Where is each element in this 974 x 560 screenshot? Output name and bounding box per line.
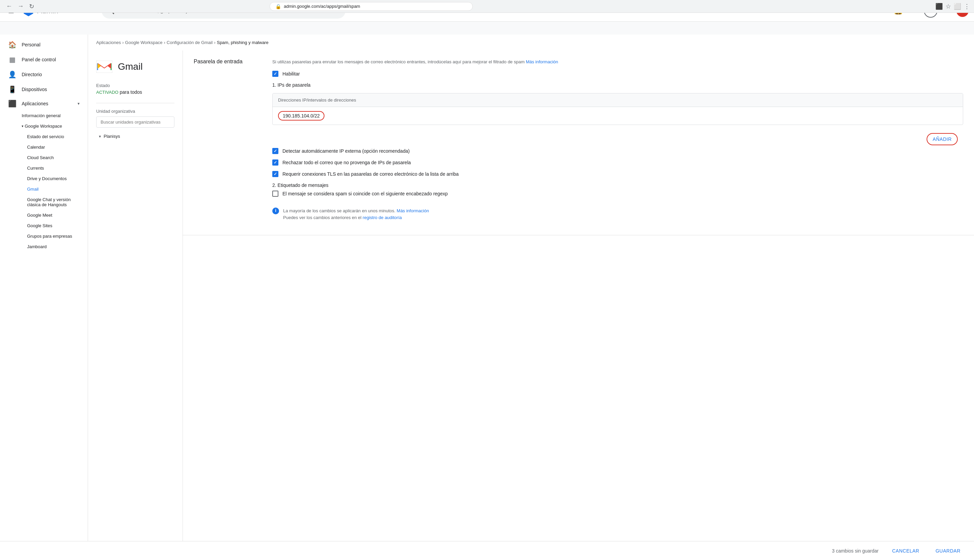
sidebar-subitem-cloud-search[interactable]: Cloud Search	[0, 152, 88, 163]
ip-section-label: 1. IPs de pasarela	[272, 82, 963, 88]
save-button[interactable]: GUARDAR	[930, 545, 966, 556]
sidebar-subitem-calendar[interactable]: Calendar	[0, 142, 88, 152]
org-tree-planisys[interactable]: ▾ Planisys	[96, 132, 174, 141]
checkbox-require-tls: ✓ Requerir conexiones TLS en las pasarel…	[272, 171, 963, 177]
back-button[interactable]: ←	[4, 2, 14, 11]
gmail-app-title: Gmail	[118, 61, 143, 72]
window-icon[interactable]: ⬜	[954, 3, 961, 10]
reload-button[interactable]: ↻	[27, 2, 36, 11]
check-icon-1: ✓	[274, 148, 277, 153]
setting-description: Si utilizas pasarelas para enrutar los m…	[272, 58, 963, 65]
home-icon: 🏠	[8, 41, 16, 49]
breadcrumb-current: Spam, phishing y malware	[217, 40, 268, 45]
breadcrumb-aplicaciones[interactable]: Aplicaciones	[96, 40, 121, 45]
auto-detect-checkbox[interactable]: ✓	[272, 148, 279, 154]
setting-section-gateway: Pasarela de entrada Si utilizas pasarela…	[183, 50, 974, 235]
subitem-label-drive: Drive y Documentos	[27, 176, 67, 181]
org-tree: ▾ Planisys	[96, 132, 174, 141]
app-container: 🏠 Personal ▦ Panel de control 👤 Director…	[0, 35, 974, 560]
sidebar-subitem-gmail[interactable]: Gmail	[0, 184, 88, 194]
checkbox-auto-detect: ✓ Detectar automáticamente IP externa (o…	[272, 148, 963, 154]
sidebar-item-dispositivos[interactable]: 📱 Dispositivos	[0, 82, 85, 97]
ip-table: Direcciones IP/intervalos de direcciones…	[272, 93, 963, 125]
dashboard-icon: ▦	[8, 55, 16, 63]
sidebar-item-panel[interactable]: ▦ Panel de control	[0, 52, 85, 67]
expand-workspace-icon: ▾	[22, 124, 23, 128]
bookmark-icon[interactable]: ☆	[946, 3, 951, 10]
subitem-label-chat: Google Chat y versión clásica de Hangout…	[27, 197, 71, 207]
browser-nav[interactable]: ← → ↻	[4, 2, 36, 11]
spam-header-checkbox[interactable]	[272, 191, 279, 197]
breadcrumb-sep-2: ›	[164, 40, 165, 45]
sidebar-subitem-google-chat[interactable]: Google Chat y versión clásica de Hangout…	[0, 194, 88, 210]
sidebar-item-personal[interactable]: 🏠 Personal	[0, 37, 85, 52]
status-label: Estado	[96, 83, 174, 88]
ip-table-header: Direcciones IP/intervalos de direcciones	[273, 93, 963, 107]
check-icon-2: ✓	[274, 160, 277, 165]
enable-checkbox[interactable]: ✓	[272, 71, 279, 77]
right-panel: Pasarela de entrada Si utilizas pasarela…	[183, 50, 974, 560]
tree-arrow-icon: ▾	[99, 134, 101, 139]
cancel-button[interactable]: CANCELAR	[887, 545, 924, 556]
enable-checkbox-row: ✓ Habilitar	[272, 71, 963, 77]
ip-value: 190.185.104.0/22	[278, 111, 324, 120]
breadcrumb-sep-1: ›	[122, 40, 123, 45]
gmail-logo	[96, 58, 112, 75]
page-body: Gmail Estado ACTIVADO para todos Unidad …	[88, 50, 974, 560]
apps-nav-icon: ⬛	[8, 100, 16, 108]
auto-detect-label: Detectar automáticamente IP externa (opc…	[282, 148, 410, 154]
status-value-row: ACTIVADO para todos	[96, 89, 174, 95]
sidebar-subitem-grupos[interactable]: Grupos para empresas	[0, 231, 88, 242]
tls-checkbox[interactable]: ✓	[272, 171, 279, 177]
more-info-link[interactable]: Más información	[526, 59, 558, 64]
subitem-label-sites: Google Sites	[27, 223, 52, 228]
org-unit-label: Unidad organizativa	[96, 109, 174, 114]
add-btn-area: AÑADIR	[272, 130, 963, 148]
subitem-label-info: Información general	[22, 113, 61, 118]
sidebar-subitem-currents[interactable]: Currents	[0, 163, 88, 173]
sidebar-subitem-jamboard[interactable]: Jamboard	[0, 242, 88, 252]
sidebar-item-aplicaciones[interactable]: ⬛ Aplicaciones ▾	[0, 97, 88, 110]
info-more-link[interactable]: Más información	[397, 208, 429, 213]
sidebar-item-directorio[interactable]: 👤 Directorio	[0, 67, 85, 82]
subitem-label-calendar: Calendar	[27, 145, 45, 150]
setting-label-col: Pasarela de entrada	[194, 58, 262, 227]
browser-url-bar: ← → ↻ 🔒 admin.google.com/ac/apps/gmail/s…	[0, 0, 974, 13]
subitem-label-meet: Google Meet	[27, 213, 52, 218]
spam-header-label: El mensaje se considera spam si coincide…	[282, 191, 448, 197]
add-button[interactable]: AÑADIR	[927, 133, 958, 145]
subitem-label-jamboard: Jamboard	[27, 244, 47, 249]
url-input[interactable]: 🔒 admin.google.com/ac/apps/gmail/spam	[270, 2, 473, 11]
breadcrumb-gmail-config[interactable]: Configuración de Gmail	[167, 40, 213, 45]
sidebar: 🏠 Personal ▦ Panel de control 👤 Director…	[0, 35, 88, 560]
breadcrumb-workspace[interactable]: Google Workspace	[125, 40, 162, 45]
cast-icon[interactable]: ⬛	[936, 3, 943, 10]
status-value: ACTIVADO	[96, 90, 118, 95]
tls-label: Requerir conexiones TLS en las pasarelas…	[282, 171, 459, 177]
sidebar-subitem-estado[interactable]: Estado del servicio	[0, 132, 88, 142]
breadcrumb-sep-3: ›	[214, 40, 215, 45]
reject-checkbox[interactable]: ✓	[272, 160, 279, 165]
sidebar-label-directorio: Directorio	[22, 72, 42, 77]
sidebar-label-panel: Panel de control	[22, 57, 56, 62]
menu-icon[interactable]: ⋮	[964, 3, 970, 10]
checkbox-reject-non-gateway: ✓ Rechazar todo el correo que no proveng…	[272, 160, 963, 165]
setting-content: Si utilizas pasarelas para enrutar los m…	[272, 58, 963, 227]
sidebar-subitem-google-sites[interactable]: Google Sites	[0, 220, 88, 231]
search-org-input[interactable]	[96, 117, 174, 128]
status-section: Estado ACTIVADO para todos	[96, 83, 174, 95]
setting-section-title: Pasarela de entrada	[194, 58, 262, 65]
sidebar-subitem-google-meet[interactable]: Google Meet	[0, 210, 88, 220]
info-icon: i	[272, 208, 279, 214]
left-panel: Gmail Estado ACTIVADO para todos Unidad …	[88, 50, 183, 560]
sidebar-subitem-info-general[interactable]: Información general	[0, 110, 88, 121]
main-content: Aplicaciones › Google Workspace › Config…	[88, 35, 974, 560]
sidebar-subitem-drive[interactable]: Drive y Documentos	[0, 173, 88, 184]
subitem-label-workspace: Google Workspace	[25, 123, 62, 129]
directory-icon: 👤	[8, 70, 16, 78]
gmail-logo-svg	[96, 61, 112, 73]
audit-log-link[interactable]: registro de auditoría	[363, 215, 402, 220]
subitem-label-estado: Estado del servicio	[27, 134, 64, 139]
sidebar-subitem-google-workspace[interactable]: ▾ Google Workspace	[0, 121, 88, 132]
forward-button[interactable]: →	[15, 2, 26, 11]
